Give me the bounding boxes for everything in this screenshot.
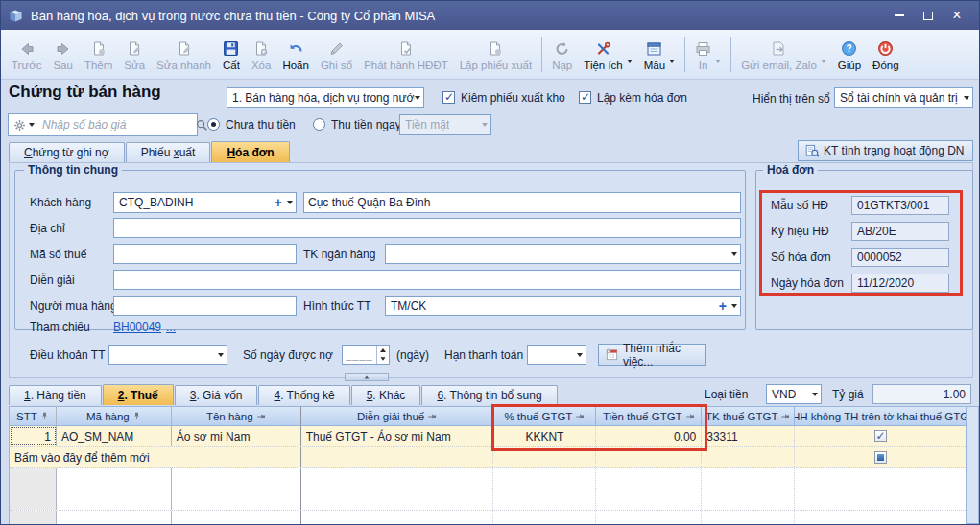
column-header-ten-hang[interactable]: Tên hàng	[172, 406, 301, 426]
indeterminate-checkbox-icon[interactable]	[874, 451, 887, 464]
tab-thue[interactable]: 2. Thuế	[103, 384, 174, 405]
tab-gia-von[interactable]: 3. Giá vốn	[175, 385, 258, 405]
search-icon[interactable]	[195, 118, 208, 131]
lap-kem-hoa-don-checkbox[interactable]	[579, 91, 591, 104]
chevron-down-icon[interactable]	[218, 353, 224, 357]
dia-chi-field[interactable]	[113, 218, 741, 238]
add-icon[interactable]: +	[719, 301, 727, 311]
toolbar-dong[interactable]: Đóng	[867, 33, 905, 77]
chevron-down-icon[interactable]	[577, 353, 583, 357]
toolbar-xoa[interactable]: Xóa	[246, 33, 276, 77]
search-input[interactable]	[38, 116, 195, 133]
tab-hang-tien[interactable]: 1. Hàng tiền	[9, 385, 102, 405]
chevron-down-icon[interactable]	[731, 252, 737, 256]
chevron-down-icon[interactable]	[715, 60, 721, 63]
cell-ma-hang[interactable]: AO_SM_NAM	[57, 426, 172, 446]
cell-dien-giai-thue[interactable]: Thuế GTGT - Áo sơ mi Nam	[301, 426, 494, 446]
toolbar-phat-hanh-hddt[interactable]: Phát hành HĐĐT	[358, 33, 454, 77]
mau-so-hd-field[interactable]: 01GTKT3/001	[851, 196, 949, 215]
table-empty-row[interactable]	[10, 511, 966, 524]
column-header-dien-giai-thue[interactable]: Diễn giải thuế	[301, 406, 494, 426]
toolbar-tien-ich[interactable]: Tiện ích	[578, 33, 637, 77]
cell-hh-khong-th[interactable]	[795, 426, 966, 446]
tab-hoa-don[interactable]: Hóa đơn	[211, 141, 289, 162]
add-new-row-text[interactable]: Bấm vào đây để thêm mới	[10, 447, 301, 467]
tk-ngan-hang-combo[interactable]	[385, 244, 741, 264]
column-header-pct-thue-gtgt[interactable]: % thuế GTGT	[493, 406, 596, 426]
stepper-down-button[interactable]	[377, 355, 389, 365]
chevron-down-icon[interactable]	[669, 60, 675, 63]
vertical-scrollbar[interactable]	[966, 406, 979, 524]
toolbar-nap[interactable]: Nạp	[546, 33, 578, 77]
so-ngay-duoc-no-stepper[interactable]: ____	[342, 345, 390, 365]
chevron-down-icon[interactable]	[29, 123, 35, 127]
toolbar-sua-nhanh[interactable]: Sửa nhanh	[151, 33, 217, 77]
cell-pct-thue-gtgt[interactable]: KKKNT	[493, 426, 596, 446]
loai-tien-select[interactable]: VND	[766, 384, 822, 404]
column-header-ma-hang[interactable]: Mã hàng	[57, 406, 172, 426]
display-book-select[interactable]: Sổ tài chính và quản trị	[834, 87, 973, 108]
splitter-collapse-button[interactable]	[345, 373, 389, 381]
close-button[interactable]: ×	[943, 4, 971, 27]
toolbar-lap-phieu-xuat[interactable]: Lập phiếu xuất	[454, 33, 538, 77]
dien-giai-field[interactable]	[113, 270, 741, 290]
chevron-down-icon[interactable]	[287, 201, 293, 204]
nguoi-mua-hang-field[interactable]	[113, 296, 297, 316]
toolbar-them[interactable]: Thêm	[79, 33, 118, 77]
toolbar-sua[interactable]: Sửa	[118, 33, 151, 77]
toolbar-in[interactable]: In	[689, 33, 727, 77]
cell-tien-thue-gtgt[interactable]: 0.00	[596, 426, 702, 446]
tham-chieu-more-link[interactable]: ...	[166, 321, 176, 335]
toolbar-ghi-so[interactable]: Ghi sổ	[315, 33, 358, 77]
column-header-hh-khong-th[interactable]: HH không TH trên tờ khai thuế GTG	[795, 406, 966, 426]
tab-phieu-xuat[interactable]: Phiếu xuất	[126, 142, 211, 162]
chevron-down-icon[interactable]	[731, 304, 737, 308]
toolbar-mau[interactable]: Mẫu	[638, 33, 681, 77]
cell-stt[interactable]: 1	[10, 426, 57, 446]
column-header-tk-thue-gtgt[interactable]: TK thuế GTGT	[702, 406, 795, 426]
han-thanh-toan-combo[interactable]	[527, 345, 586, 365]
thu-tien-ngay-radio[interactable]	[313, 118, 325, 131]
toolbar-truoc[interactable]: Trước	[6, 33, 47, 77]
chevron-down-icon[interactable]	[821, 60, 826, 63]
toolbar-sau[interactable]: Sau	[47, 33, 78, 77]
table-row[interactable]: 1 AO_SM_NAM Áo sơ mi Nam Thuế GTGT - Áo …	[10, 426, 966, 447]
add-new-row[interactable]: Bấm vào đây để thêm mới	[10, 447, 966, 468]
khach-hang-combo[interactable]: CTQ_BADINH +	[113, 192, 297, 213]
maximize-button[interactable]	[914, 4, 943, 27]
checked-checkbox-icon[interactable]	[874, 430, 887, 442]
kt-status-button[interactable]: KT tình trạng hoạt động DN	[798, 140, 973, 161]
stepper-up-button[interactable]	[377, 346, 389, 355]
cell-tk-thue-gtgt[interactable]: 33311	[702, 426, 795, 446]
dieu-khoan-tt-combo[interactable]	[108, 345, 227, 365]
toolbar-hoan[interactable]: Hoãn	[276, 33, 315, 77]
cell-ten-hang[interactable]: Áo sơ mi Nam	[172, 426, 301, 446]
cell-hh-khong-th[interactable]	[795, 447, 966, 467]
table-empty-row[interactable]	[10, 489, 966, 511]
document-type-select[interactable]: 1. Bán hàng hóa, dịch vụ trong nước	[227, 87, 424, 108]
toolbar-gui-email-zalo[interactable]: Gửi email, Zalo	[735, 33, 832, 77]
tham-chieu-link[interactable]: BH00049	[113, 321, 161, 335]
so-hoa-don-field[interactable]: 0000052	[851, 248, 949, 267]
tab-chung-tu-ghi-no[interactable]: Chứng từ ghi nợ	[9, 142, 125, 162]
chua-thu-tien-radio[interactable]	[207, 118, 220, 131]
minimize-button[interactable]	[885, 4, 914, 27]
ky-hieu-hd-field[interactable]: AB/20E	[851, 222, 949, 241]
gear-icon[interactable]	[13, 119, 26, 131]
them-nhac-viec-button[interactable]: Thêm nhắc việc...	[598, 344, 706, 366]
tab-thong-ke[interactable]: 4. Thống kê	[258, 385, 349, 405]
tab-thong-tin-bo-sung[interactable]: 6. Thông tin bổ sung	[421, 385, 557, 405]
ngay-hoa-don-field[interactable]: 11/12/2020	[851, 274, 949, 293]
hinh-thuc-tt-combo[interactable]: TM/CK +	[385, 296, 741, 316]
chevron-down-icon[interactable]	[627, 60, 633, 63]
column-header-tien-thue-gtgt[interactable]: Tiền thuế GTGT	[596, 406, 702, 426]
add-icon[interactable]: +	[275, 198, 282, 207]
table-empty-row[interactable]	[10, 468, 966, 489]
column-header-stt[interactable]: STT	[10, 406, 57, 426]
ma-so-thue-field[interactable]	[113, 244, 297, 264]
toolbar-giup[interactable]: ? Giúp	[832, 33, 867, 77]
kiem-phieu-xuat-kho-checkbox[interactable]	[442, 91, 455, 104]
toolbar-cat[interactable]: Cất	[217, 33, 246, 77]
tab-khac[interactable]: 5. Khác	[351, 385, 421, 405]
khach-hang-name-field[interactable]	[303, 192, 741, 213]
